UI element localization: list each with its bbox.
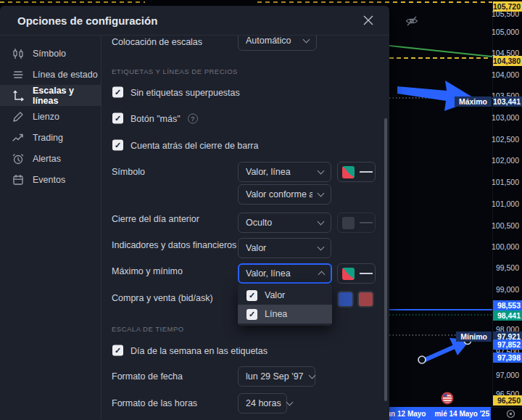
bid-color-button[interactable] [337,291,354,308]
eye-hidden-icon [405,15,418,28]
price-tick: 104,000 [492,70,519,79]
symbol-labels-select[interactable]: Valor, línea [238,162,331,182]
status-line-icon [12,68,25,81]
price-label-yellow: 105,720 [493,1,522,12]
sidebar-item-label: Trading [33,133,63,143]
scales-axes-icon [12,89,25,102]
price-tick: 99,000 [496,285,519,294]
checkbox-checked[interactable] [112,345,123,356]
menu-item-label: Línea [265,309,287,319]
indicators-select[interactable]: Valor [238,238,331,258]
high-low-dropdown-menu: Valor Línea [238,284,332,326]
chevron-up-icon [318,271,326,279]
setting-label: Símbolo [112,167,145,177]
sidebar-item-label: Símbolo [33,49,66,59]
symbol-value-mode-select[interactable]: Valor conforme a la … [238,184,331,205]
dialog-scrollbar[interactable] [384,118,387,401]
chevron-down-icon [318,167,325,174]
us-flag-event-icon[interactable] [441,392,454,405]
chevron-down-icon [308,371,315,379]
price-scale[interactable]: 105,500105,000104,500104,000103,500103,0… [492,0,522,407]
symbol-color-swatch-button[interactable] [337,162,376,182]
setting-label: Indicadores y datos financieros [112,240,236,250]
price-tick: 105,000 [492,28,519,36]
select-value: lun 29 Sep '97 [246,371,304,382]
checkbox-checked[interactable] [246,309,257,320]
countdown-checkbox-row: Cuenta atrás del cierre de barra [112,140,258,151]
help-icon[interactable]: ? [188,113,198,123]
checkbox-label: Sin etiquetas superpuestas [130,87,240,97]
time-format-select[interactable]: 24 horas [238,393,287,413]
target-icon [506,409,515,419]
price-tick: 102,500 [492,135,519,144]
chevron-down-icon [303,36,310,43]
price-marker-badge: Mínimo [456,332,492,342]
select-value: Valor conforme a la … [246,189,312,199]
price-tick: 100,000 [492,242,519,251]
close-button[interactable] [359,11,378,30]
price-label-blue: 97,852 [493,339,522,350]
alarm-clock-icon [12,152,25,165]
price-label-navy: 103,441 [493,96,522,107]
no-overlapping-labels-checkbox-row: Sin etiquetas superpuestas [112,87,240,98]
checkbox-label: Botón "más" [130,113,181,123]
select-value: Oculto [246,218,272,228]
menu-item-valor[interactable]: Valor [238,286,332,305]
checkbox-label: Día de la semana en las etiquetas [130,345,268,355]
green-trend-line [389,46,492,57]
checkbox-label: Cuenta atrás del cierre de barra [130,140,258,150]
section-header: ESCALA DE TIEMPO [112,325,184,333]
line-style-icon [360,273,373,274]
time-axis-label: mié 14 Mayo '25 [434,410,489,418]
menu-item-label: Valor [265,290,285,300]
price-label-yellow: 96,250 [493,395,522,405]
close-icon [362,15,374,26]
color-swatch-icon [342,268,355,280]
calendar-icon [12,173,25,186]
prev-day-close-select[interactable]: Oculto [238,213,331,233]
sidebar-item-trading[interactable]: Trading [0,127,101,148]
ask-color-button[interactable] [357,291,374,308]
sidebar-item-linea-de-estado[interactable]: Línea de estado [0,64,101,85]
select-value: Automático [246,36,291,46]
menu-item-linea[interactable]: Línea [238,305,332,324]
alert-dashed-line [0,1,145,3]
sidebar-item-lienzo[interactable]: Lienzo [0,106,101,127]
sidebar-item-label: Escalas y líneas [33,86,101,106]
plus-button-checkbox-row: Botón "más" ? [112,113,198,124]
prev-day-close-swatch-button [337,213,376,233]
date-format-select[interactable]: lun 29 Sep '97 [238,366,315,387]
dialog-title: Opciones de configuración [17,15,157,27]
sidebar-item-label: Línea de estado [33,70,98,80]
high-low-color-swatch-button[interactable] [337,263,376,284]
time-axis-label: un 12 Mayo [389,410,426,418]
select-value: Valor [246,243,266,253]
checkbox-checked[interactable] [112,140,123,151]
price-marker-badge: Máximo [455,96,492,107]
dialog-header: Opciones de configuración [0,6,389,36]
setting-label: Colocación de escalas [112,37,202,47]
setting-label: Cierre del día anterior [112,214,199,224]
checkbox-checked[interactable] [246,290,257,301]
scale-settings-button[interactable] [491,407,522,420]
checkbox-checked[interactable] [112,87,123,98]
checkbox-checked[interactable] [112,113,123,124]
scale-placement-select[interactable]: Automático [238,36,317,51]
select-value: Valor, línea [246,268,291,279]
price-tick: 100,500 [492,221,519,230]
sidebar-item-alertas[interactable]: Alertas [0,148,101,169]
drawing-handle[interactable] [418,356,426,363]
sidebar-item-simbolo[interactable]: Símbolo [0,43,101,64]
select-value: Valor, línea [246,167,291,177]
price-label-blue: 98,553 [493,300,522,310]
sidebar-item-escalas-y-lineas[interactable]: Escalas y líneas [0,85,101,106]
sidebar-item-eventos[interactable]: Eventos [0,169,101,190]
price-label-blue: 97,398 [493,353,522,363]
high-low-select-open[interactable]: Valor, línea [238,263,332,284]
time-axis[interactable]: un 12 Mayo mié 14 Mayo '25 02:00 [389,407,491,420]
line-style-icon [360,222,373,223]
price-label-green: 98,441 [493,310,522,321]
chevron-down-icon [318,243,325,250]
price-tick: 101,500 [492,178,519,186]
price-tick: 97,000 [496,371,519,379]
